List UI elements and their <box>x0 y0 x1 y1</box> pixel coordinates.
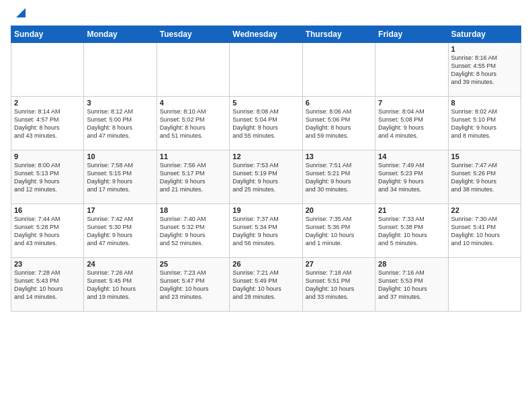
day-header-saturday: Saturday <box>448 26 521 43</box>
calendar-cell: 4Sunrise: 8:10 AM Sunset: 5:02 PM Daylig… <box>157 97 229 150</box>
day-number: 21 <box>378 206 445 214</box>
day-number: 18 <box>160 206 226 214</box>
day-header-thursday: Thursday <box>302 26 375 43</box>
day-number: 15 <box>451 152 518 161</box>
calendar-cell <box>84 43 157 97</box>
calendar-cell <box>11 43 84 97</box>
day-number: 17 <box>87 206 153 214</box>
logo <box>11 8 28 20</box>
day-number: 27 <box>306 260 372 268</box>
day-number: 8 <box>451 99 518 107</box>
day-info: Sunrise: 7:28 AM Sunset: 5:43 PM Dayligh… <box>14 269 81 302</box>
calendar-cell: 12Sunrise: 7:53 AM Sunset: 5:19 PM Dayli… <box>230 150 302 204</box>
day-header-friday: Friday <box>375 26 448 43</box>
day-number: 26 <box>232 260 299 268</box>
calendar-cell: 5Sunrise: 8:08 AM Sunset: 5:04 PM Daylig… <box>230 97 302 150</box>
day-info: Sunrise: 7:26 AM Sunset: 5:45 PM Dayligh… <box>87 269 153 302</box>
day-info: Sunrise: 8:00 AM Sunset: 5:13 PM Dayligh… <box>14 161 81 194</box>
day-number: 14 <box>378 152 445 161</box>
day-number: 22 <box>451 206 518 214</box>
calendar-cell: 2Sunrise: 8:14 AM Sunset: 4:57 PM Daylig… <box>11 97 84 150</box>
calendar-cell: 14Sunrise: 7:49 AM Sunset: 5:23 PM Dayli… <box>375 150 448 204</box>
day-info: Sunrise: 7:42 AM Sunset: 5:30 PM Dayligh… <box>87 215 153 248</box>
calendar-cell: 26Sunrise: 7:21 AM Sunset: 5:49 PM Dayli… <box>230 258 302 312</box>
day-number: 1 <box>451 45 518 53</box>
day-number: 9 <box>14 152 81 161</box>
day-number: 16 <box>14 206 81 214</box>
calendar-cell: 21Sunrise: 7:33 AM Sunset: 5:38 PM Dayli… <box>375 204 448 258</box>
calendar-cell: 9Sunrise: 8:00 AM Sunset: 5:13 PM Daylig… <box>11 150 84 204</box>
day-info: Sunrise: 7:30 AM Sunset: 5:41 PM Dayligh… <box>451 215 518 248</box>
day-number: 7 <box>378 99 445 107</box>
calendar-cell <box>302 43 375 97</box>
day-info: Sunrise: 7:18 AM Sunset: 5:51 PM Dayligh… <box>306 269 372 302</box>
day-info: Sunrise: 7:58 AM Sunset: 5:15 PM Dayligh… <box>87 161 153 194</box>
calendar-cell: 19Sunrise: 7:37 AM Sunset: 5:34 PM Dayli… <box>230 204 302 258</box>
calendar-cell: 1Sunrise: 8:16 AM Sunset: 4:55 PM Daylig… <box>448 43 521 97</box>
calendar-cell: 20Sunrise: 7:35 AM Sunset: 5:36 PM Dayli… <box>302 204 375 258</box>
calendar-cell: 6Sunrise: 8:06 AM Sunset: 5:06 PM Daylig… <box>302 97 375 150</box>
calendar-cell: 16Sunrise: 7:44 AM Sunset: 5:28 PM Dayli… <box>11 204 84 258</box>
calendar-cell: 23Sunrise: 7:28 AM Sunset: 5:43 PM Dayli… <box>11 258 84 312</box>
day-number: 19 <box>232 206 299 214</box>
calendar-cell: 10Sunrise: 7:58 AM Sunset: 5:15 PM Dayli… <box>84 150 157 204</box>
calendar-week-5: 23Sunrise: 7:28 AM Sunset: 5:43 PM Dayli… <box>11 258 521 312</box>
calendar-cell: 8Sunrise: 8:02 AM Sunset: 5:10 PM Daylig… <box>448 97 521 150</box>
day-number: 20 <box>306 206 372 214</box>
day-number: 12 <box>232 152 299 161</box>
calendar-cell: 22Sunrise: 7:30 AM Sunset: 5:41 PM Dayli… <box>448 204 521 258</box>
day-info: Sunrise: 7:53 AM Sunset: 5:19 PM Dayligh… <box>232 161 299 194</box>
day-info: Sunrise: 7:35 AM Sunset: 5:36 PM Dayligh… <box>306 215 372 248</box>
calendar-week-2: 2Sunrise: 8:14 AM Sunset: 4:57 PM Daylig… <box>11 97 521 150</box>
day-info: Sunrise: 8:16 AM Sunset: 4:55 PM Dayligh… <box>451 54 518 87</box>
calendar-header-row: SundayMondayTuesdayWednesdayThursdayFrid… <box>11 26 521 43</box>
day-header-monday: Monday <box>84 26 157 43</box>
calendar-cell: 11Sunrise: 7:56 AM Sunset: 5:17 PM Dayli… <box>157 150 229 204</box>
day-info: Sunrise: 7:47 AM Sunset: 5:26 PM Dayligh… <box>451 161 518 194</box>
day-number: 25 <box>160 260 226 268</box>
day-info: Sunrise: 8:12 AM Sunset: 5:00 PM Dayligh… <box>87 107 153 140</box>
day-info: Sunrise: 7:16 AM Sunset: 5:53 PM Dayligh… <box>378 269 445 302</box>
day-header-wednesday: Wednesday <box>230 26 302 43</box>
svg-marker-0 <box>16 8 26 17</box>
day-info: Sunrise: 7:56 AM Sunset: 5:17 PM Dayligh… <box>160 161 226 194</box>
day-number: 4 <box>160 99 226 107</box>
day-info: Sunrise: 7:51 AM Sunset: 5:21 PM Dayligh… <box>306 161 372 194</box>
logo-icon <box>13 5 28 20</box>
calendar-table: SundayMondayTuesdayWednesdayThursdayFrid… <box>11 26 521 312</box>
day-number: 13 <box>306 152 372 161</box>
calendar-week-3: 9Sunrise: 8:00 AM Sunset: 5:13 PM Daylig… <box>11 150 521 204</box>
day-number: 23 <box>14 260 81 268</box>
day-info: Sunrise: 8:14 AM Sunset: 4:57 PM Dayligh… <box>14 107 81 140</box>
day-info: Sunrise: 7:37 AM Sunset: 5:34 PM Dayligh… <box>232 215 299 248</box>
calendar-cell <box>157 43 229 97</box>
calendar-cell: 13Sunrise: 7:51 AM Sunset: 5:21 PM Dayli… <box>302 150 375 204</box>
calendar-cell: 15Sunrise: 7:47 AM Sunset: 5:26 PM Dayli… <box>448 150 521 204</box>
day-header-sunday: Sunday <box>11 26 84 43</box>
calendar-cell: 25Sunrise: 7:23 AM Sunset: 5:47 PM Dayli… <box>157 258 229 312</box>
day-number: 3 <box>87 99 153 107</box>
day-number: 2 <box>14 99 81 107</box>
calendar-cell: 17Sunrise: 7:42 AM Sunset: 5:30 PM Dayli… <box>84 204 157 258</box>
day-info: Sunrise: 8:10 AM Sunset: 5:02 PM Dayligh… <box>160 107 226 140</box>
day-info: Sunrise: 7:33 AM Sunset: 5:38 PM Dayligh… <box>378 215 445 248</box>
calendar-cell: 7Sunrise: 8:04 AM Sunset: 5:08 PM Daylig… <box>375 97 448 150</box>
day-info: Sunrise: 8:02 AM Sunset: 5:10 PM Dayligh… <box>451 107 518 140</box>
day-info: Sunrise: 7:44 AM Sunset: 5:28 PM Dayligh… <box>14 215 81 248</box>
day-number: 11 <box>160 152 226 161</box>
day-number: 28 <box>378 260 445 268</box>
calendar-cell: 24Sunrise: 7:26 AM Sunset: 5:45 PM Dayli… <box>84 258 157 312</box>
page: SundayMondayTuesdayWednesdayThursdayFrid… <box>0 0 532 411</box>
day-info: Sunrise: 8:06 AM Sunset: 5:06 PM Dayligh… <box>306 107 372 140</box>
day-info: Sunrise: 8:08 AM Sunset: 5:04 PM Dayligh… <box>232 107 299 140</box>
day-number: 6 <box>306 99 372 107</box>
day-number: 10 <box>87 152 153 161</box>
day-info: Sunrise: 8:04 AM Sunset: 5:08 PM Dayligh… <box>378 107 445 140</box>
calendar-cell: 28Sunrise: 7:16 AM Sunset: 5:53 PM Dayli… <box>375 258 448 312</box>
day-info: Sunrise: 7:23 AM Sunset: 5:47 PM Dayligh… <box>160 269 226 302</box>
header <box>11 8 521 20</box>
calendar-cell <box>230 43 302 97</box>
calendar-cell <box>448 258 521 312</box>
day-number: 24 <box>87 260 153 268</box>
calendar-cell: 18Sunrise: 7:40 AM Sunset: 5:32 PM Dayli… <box>157 204 229 258</box>
